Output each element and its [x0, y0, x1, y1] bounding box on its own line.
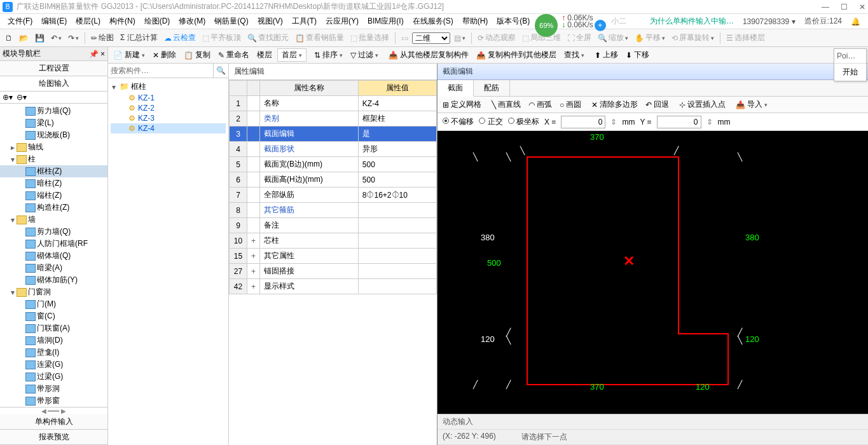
view-mode-select[interactable]: 二维 — [412, 32, 450, 44]
menu-rebar[interactable]: 钢筋量(Q) — [210, 15, 252, 28]
import-button[interactable]: 📥 导入 — [733, 98, 770, 111]
y-input[interactable] — [657, 116, 701, 128]
section-canvas[interactable]: 370 500 380 120 380 120 370 120 ✕ ╲╱ ╲╱ … — [437, 131, 868, 414]
x-input[interactable] — [561, 116, 605, 128]
rename-button[interactable]: ✎ 重命名 — [216, 48, 252, 62]
nav-node[interactable]: 端柱(Z) — [0, 189, 107, 202]
nav-node[interactable]: 带形洞 — [0, 383, 107, 395]
property-row[interactable]: 9备注 — [230, 218, 437, 233]
menu-version[interactable]: 版本号(B) — [493, 15, 534, 28]
ad-link[interactable]: 为什么单构件输入中输… — [646, 15, 738, 28]
tab-single-input[interactable]: 单构件输入 — [0, 414, 107, 430]
undo-button[interactable]: ↶ 回退 — [643, 98, 672, 111]
nav-tree[interactable]: 剪力墙(Q)梁(L)现浇板(B)▸轴线▾柱框柱(Z)暗柱(Z)端柱(Z)构造柱(… — [0, 104, 107, 407]
menu-view[interactable]: 视图(V) — [254, 15, 287, 28]
close-panel-icon[interactable]: × — [100, 50, 105, 58]
close-button[interactable]: ✕ — [859, 3, 865, 11]
nav-node[interactable]: 暗柱(Z) — [0, 177, 107, 189]
nav-node[interactable]: 门联窗(A) — [0, 322, 107, 334]
nav-node[interactable]: 窗(C) — [0, 310, 107, 322]
redo-icon[interactable]: ↷ — [65, 32, 81, 44]
radio-no-offset[interactable]: 不偏移 — [443, 116, 474, 127]
add-icon[interactable]: ⊕▾ — [3, 93, 13, 102]
property-row[interactable]: 1名称KZ-4 — [230, 96, 437, 111]
batch-select-button[interactable]: ⬚ 批量选择 — [348, 31, 392, 44]
property-row[interactable]: 42+显示样式 — [230, 279, 437, 294]
nav-node[interactable]: 现浇板(B) — [0, 129, 107, 141]
nav-node[interactable]: 砌体墙(Q) — [0, 250, 107, 262]
undo-icon[interactable]: ↶ — [48, 32, 64, 44]
menu-tool[interactable]: 工具(T) — [288, 15, 320, 28]
tab-draw-input[interactable]: 绘图输入 — [0, 76, 107, 92]
tab-report-preview[interactable]: 报表预览 — [0, 430, 107, 445]
copy-component-button[interactable]: 📋 复制 — [181, 48, 213, 62]
nav-node[interactable]: ▾柱 — [0, 153, 107, 165]
draw-line-button[interactable]: ╲ 画直线 — [489, 98, 523, 111]
nav-node[interactable]: 连梁(G) — [0, 359, 107, 371]
component-tree[interactable]: ▾📁 框柱⚙KZ-1⚙KZ-2⚙KZ-3⚙KZ-4 — [108, 78, 228, 445]
property-row[interactable]: 8其它箍筋 — [230, 203, 437, 218]
menu-floor[interactable]: 楼层(L) — [72, 15, 104, 28]
bell-icon[interactable]: 🔔 — [847, 16, 864, 27]
menu-bim[interactable]: BIM应用(I) — [364, 15, 408, 28]
sum-button[interactable]: Σ 汇总计算 — [118, 31, 160, 44]
open-file-icon[interactable]: 📂 — [17, 32, 31, 44]
find-elem-button[interactable]: 🔍 查找图元 — [245, 31, 291, 44]
property-row[interactable]: 3截面编辑是 — [230, 127, 437, 142]
pin-icon[interactable]: 📌 — [89, 50, 99, 58]
menu-modify[interactable]: 修改(M) — [175, 15, 209, 28]
cloud-check-button[interactable]: ☁ 云检查 — [162, 31, 198, 44]
move-up-button[interactable]: ⬆ 上移 — [592, 48, 621, 62]
draw-button[interactable]: ✏ 绘图 — [88, 31, 116, 44]
menu-draw[interactable]: 绘图(D) — [141, 15, 174, 28]
nav-node[interactable]: 带形窗 — [0, 395, 107, 407]
nav-node[interactable]: 壁龛(I) — [0, 346, 107, 359]
menu-help[interactable]: 帮助(H) — [458, 15, 492, 28]
flat-top-button[interactable]: ⬚ 平齐板顶 — [200, 31, 244, 44]
nav-node[interactable]: 框柱(Z) — [0, 165, 107, 177]
filter-button[interactable]: ▽ 过滤 — [348, 48, 381, 62]
fullscreen-button[interactable]: ⛶ 全屏 — [565, 31, 594, 44]
nav-node[interactable]: 剪力墙(Q) — [0, 226, 107, 238]
plus-button[interactable]: + — [595, 20, 606, 31]
view-rebar-button[interactable]: 📋 查看钢筋量 — [293, 31, 347, 44]
menu-online[interactable]: 在线服务(S) — [409, 15, 457, 28]
property-row[interactable]: 2类别框架柱 — [230, 111, 437, 127]
property-row[interactable]: 7全部纵筋8⏀16+2⏀10 — [230, 188, 437, 203]
search-icon[interactable]: 🔍 — [213, 64, 228, 78]
move-down-button[interactable]: ⬇ 下移 — [623, 48, 652, 62]
nav-node[interactable]: ▾门窗洞 — [0, 286, 107, 298]
property-table[interactable]: 属性名称 属性值 1名称KZ-42类别框架柱3截面编辑是4截面形状异形5截面宽(… — [229, 80, 437, 294]
new-component-button[interactable]: 📄 新建 — [111, 48, 148, 62]
assistant-label[interactable]: 小二 — [607, 15, 630, 28]
nav-node[interactable]: 人防门框墙(RF — [0, 238, 107, 250]
layers-icon[interactable]: ▤ — [451, 32, 468, 44]
nav-node[interactable]: 门(M) — [0, 298, 107, 310]
nav-node[interactable]: 剪力墙(Q) — [0, 105, 107, 117]
tab-rebar[interactable]: 配筋 — [474, 80, 510, 96]
nav-node[interactable]: 过梁(G) — [0, 371, 107, 383]
radio-polar[interactable]: 极坐标 — [508, 116, 539, 127]
nav-node[interactable]: ▾墙 — [0, 214, 107, 226]
nav-node[interactable]: ▸轴线 — [0, 141, 107, 153]
tab-project-settings[interactable]: 工程设置 — [0, 61, 107, 76]
save-icon[interactable]: 💾 — [32, 32, 47, 44]
draw-arc-button[interactable]: ◠ 画弧 — [526, 98, 555, 111]
nav-node[interactable]: 构造柱(Z) — [0, 202, 107, 214]
beans-label[interactable]: 造价豆:124 — [801, 15, 846, 28]
comp-item[interactable]: ⚙KZ-3 — [111, 113, 226, 123]
menu-component[interactable]: 构件(N) — [106, 15, 139, 28]
comp-item[interactable]: ⚙KZ-2 — [111, 103, 226, 113]
set-insert-point-button[interactable]: ⊹ 设置插入点 — [677, 98, 728, 111]
screen-rotate-button[interactable]: ⟲ 屏幕旋转 — [669, 31, 717, 44]
radio-ortho[interactable]: 正交 — [479, 116, 502, 127]
menu-edit[interactable]: 编辑(E) — [38, 15, 71, 28]
minimize-button[interactable]: — — [822, 3, 829, 11]
sort-button[interactable]: ⇅ 排序 — [312, 48, 345, 62]
nav-node[interactable]: 砌体加筋(Y) — [0, 274, 107, 286]
comp-item[interactable]: ⚙KZ-1 — [111, 93, 226, 103]
remove-icon[interactable]: ⊖▾ — [17, 93, 27, 102]
pan-button[interactable]: ✋ 平移 — [632, 31, 668, 44]
copy-from-floor-button[interactable]: 📥 从其他楼层复制构件 — [386, 48, 471, 62]
comp-item[interactable]: ⚙KZ-4 — [111, 123, 226, 134]
